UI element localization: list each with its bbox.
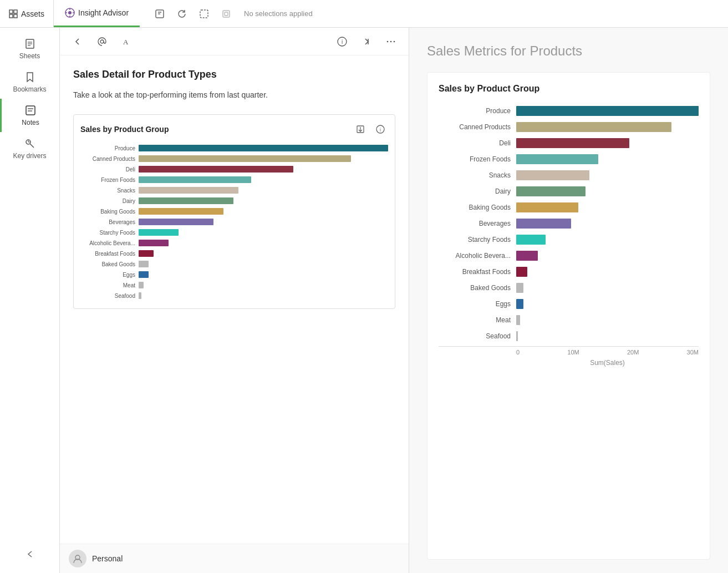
bar-row-large: Baked Goods: [439, 282, 699, 294]
left-panel: A i Sales Detail for Product Types Take …: [60, 28, 409, 573]
bar-row-large: Beverages: [439, 217, 699, 230]
bar-container-large: [516, 219, 699, 229]
notes-icon: [24, 104, 37, 116]
main-chart-card: Sales by Product Group ProduceCanned Pro…: [427, 72, 710, 560]
small-bar-chart: ProduceCanned ProductsDeliFrozen FoodsSn…: [80, 144, 388, 300]
svg-rect-2: [9, 14, 13, 18]
bar-row-large: Deli: [439, 137, 699, 149]
no-selections-text: No selections applied: [244, 9, 313, 18]
bar-container: [139, 176, 388, 183]
bar-label-large: Dairy: [439, 187, 516, 195]
assets-tab[interactable]: Assets: [0, 0, 54, 27]
bar-row-large: Eggs: [439, 298, 699, 310]
chart-card-actions: i: [353, 121, 388, 137]
bar-fill: [139, 219, 213, 225]
bar-container-large: [516, 251, 699, 261]
bar-container: [139, 292, 388, 299]
bar-label-large: Meat: [439, 316, 516, 324]
bar-row-small: Breakfast Foods: [80, 249, 388, 258]
sheets-icon: [24, 38, 36, 50]
personal-label: Personal: [92, 554, 123, 563]
bar-container-large: [516, 122, 699, 132]
chart-info-btn[interactable]: i: [373, 121, 388, 137]
mention-btn[interactable]: [93, 33, 111, 50]
sidebar-item-key-drivers[interactable]: Key drivers: [0, 132, 59, 165]
main-layout: Sheets Bookmarks Notes Key drivers: [0, 28, 728, 573]
notes-label: Notes: [22, 119, 39, 126]
bar-container-large: [516, 283, 699, 293]
bar-row-large: Produce: [439, 105, 699, 117]
bar-label-large: Produce: [439, 107, 516, 115]
bar-fill-large: [516, 331, 518, 341]
smart-search-btn[interactable]: [151, 5, 169, 23]
bar-fill-large: [516, 122, 671, 132]
more-btn[interactable]: [382, 33, 400, 50]
back-btn[interactable]: [69, 33, 86, 50]
bar-fill: [139, 240, 169, 246]
bar-fill: [139, 176, 251, 183]
sidebar-item-sheets[interactable]: Sheets: [0, 32, 59, 65]
bar-label: Seafood: [80, 293, 139, 299]
key-drivers-icon: [24, 138, 36, 150]
sidebar-bottom: [0, 544, 59, 573]
bar-fill-large: [516, 251, 538, 261]
bar-fill: [139, 271, 149, 278]
bar-label: Canned Products: [80, 156, 139, 162]
x-axis-tick: 30M: [687, 349, 699, 356]
bar-label: Breakfast Foods: [80, 251, 139, 257]
svg-rect-3: [14, 14, 17, 18]
bar-fill-large: [516, 202, 578, 212]
bar-row-large: Dairy: [439, 185, 699, 197]
assets-icon: [9, 9, 18, 18]
bar-fill-large: [516, 219, 571, 229]
svg-point-34: [394, 40, 395, 42]
bar-row-small: Eggs: [80, 270, 388, 279]
bar-fill: [139, 145, 388, 151]
svg-rect-13: [200, 10, 208, 18]
key-drivers-label: Key drivers: [13, 152, 46, 160]
bar-label-large: Snacks: [439, 171, 516, 179]
chart-export-btn[interactable]: [353, 121, 368, 137]
collapse-btn[interactable]: [20, 544, 40, 564]
bar-container: [139, 219, 388, 225]
bar-row-small: Baked Goods: [80, 260, 388, 268]
right-panel: Sales Metrics for Products Sales by Prod…: [409, 28, 728, 573]
svg-rect-15: [225, 12, 228, 16]
bar-row-small: Dairy: [80, 196, 388, 205]
left-panel-footer[interactable]: Personal: [60, 544, 409, 573]
bar-label: Starchy Foods: [80, 230, 139, 236]
bar-fill-large: [516, 106, 699, 116]
sidebar-item-notes[interactable]: Notes: [0, 99, 59, 132]
bar-label: Baked Goods: [80, 261, 139, 267]
capture-btn[interactable]: [217, 5, 235, 23]
bar-fill-large: [516, 299, 523, 309]
forward-btn[interactable]: [195, 5, 213, 23]
bar-label-large: Baking Goods: [439, 204, 516, 211]
bar-container: [139, 240, 388, 246]
bar-fill: [139, 197, 233, 204]
bar-container-large: [516, 106, 699, 116]
bar-row-small: Seafood: [80, 291, 388, 300]
main-chart-title: Sales by Product Group: [439, 84, 699, 94]
bar-label-large: Eggs: [439, 300, 516, 308]
refresh-btn[interactable]: [173, 5, 191, 23]
bar-label-large: Canned Products: [439, 123, 516, 131]
bar-container-large: [516, 267, 699, 277]
bar-container: [139, 229, 388, 236]
text-btn[interactable]: A: [118, 33, 135, 50]
bookmarks-icon: [24, 71, 36, 83]
bar-fill-large: [516, 170, 589, 180]
info-btn[interactable]: i: [333, 33, 351, 50]
sidebar-item-bookmarks[interactable]: Bookmarks: [0, 65, 59, 99]
expand-right-btn[interactable]: [358, 33, 375, 50]
svg-point-32: [387, 40, 389, 42]
collapse-icon: [24, 549, 35, 560]
bar-fill: [139, 292, 141, 299]
bar-fill-large: [516, 315, 520, 325]
bar-label: Meat: [80, 282, 139, 288]
bar-container-large: [516, 202, 699, 212]
svg-text:i: i: [342, 39, 343, 45]
bar-fill: [139, 208, 223, 215]
bar-container: [139, 197, 388, 204]
insight-tab[interactable]: Insight Advisor: [54, 0, 140, 27]
